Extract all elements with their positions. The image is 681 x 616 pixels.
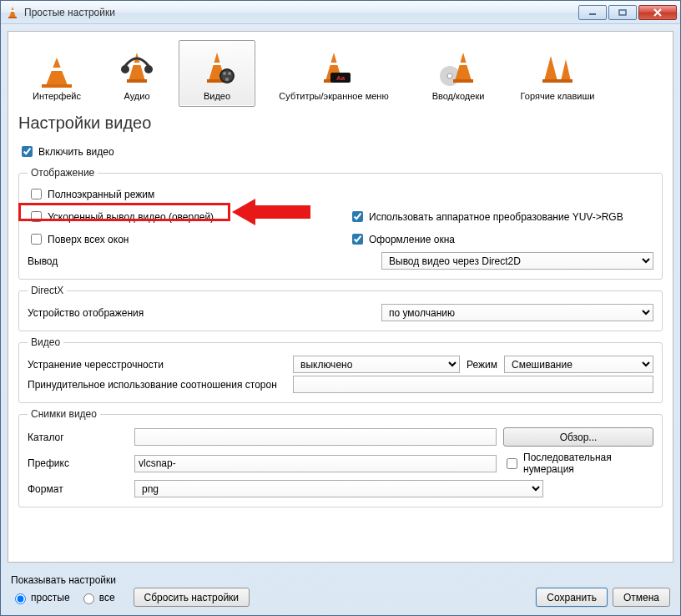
svg-rect-29 [542,79,559,83]
page-title: Настройки видео [18,114,663,133]
cone-headphones-icon [117,48,157,88]
fullscreen-label: Полноэкранный режим [48,189,154,200]
svg-rect-26 [453,79,473,83]
simple-radio-label: простые [31,592,70,603]
deinterlace-mode-select[interactable]: Смешивание [504,356,653,373]
snapshot-dir-input[interactable] [134,428,497,446]
snapshot-format-label: Формат [28,483,128,495]
enable-video-row: Включить видео [18,144,663,159]
tab-interface[interactable]: Интерфейс [18,40,95,107]
video-legend: Видео [28,336,63,348]
force-ar-label: Принудительное использование соотношения… [28,379,286,391]
content-area: Интерфейс Аудио Видео Aa Субтитры/экранн… [8,31,673,563]
cancel-button[interactable]: Отмена [613,588,670,607]
titlebar: Простые настройки [1,1,680,24]
svg-point-8 [121,65,129,73]
all-radio-label: все [99,592,115,603]
enable-video-label: Включить видео [38,146,114,158]
tab-input-codecs[interactable]: Ввод/кодеки [412,40,504,107]
svg-marker-25 [455,53,472,81]
svg-rect-6 [127,79,147,83]
window-deco-label: Оформление окна [369,234,455,245]
svg-text:Aa: Aa [336,74,346,82]
force-ar-input[interactable] [293,376,653,393]
display-device-select[interactable]: по умолчанию [381,304,653,321]
svg-marker-0 [9,7,16,18]
cone-subtitle-icon: Aa [314,48,354,88]
hw-yuv-checkbox[interactable] [352,211,363,222]
snapshots-group: Снимки видео Каталог Обзор... Префикс По… [18,408,663,507]
directx-group: DirectX Устройство отображения по умолча… [18,285,663,331]
svg-rect-12 [212,63,222,65]
svg-rect-27 [458,63,468,65]
snapshot-prefix-input[interactable] [134,455,497,472]
overlay-label: Ускоренный вывод видео (оверлей) [48,211,214,223]
cone-pair-icon [537,48,578,88]
output-select[interactable]: Вывод видео через Direct2D [381,252,653,270]
hw-yuv-label: Использовать аппаратное преобразование Y… [369,211,623,223]
video-group: Видео Устранение чересстрочности выключе… [18,336,663,403]
cone-disc-icon [438,48,478,88]
svg-rect-7 [132,63,142,65]
save-button[interactable]: Сохранить [536,588,608,607]
svg-rect-2 [11,10,15,12]
window-buttons [578,5,677,20]
sequential-checkbox[interactable] [507,458,517,469]
svg-marker-30 [561,59,571,81]
close-button[interactable] [638,5,677,20]
snapshot-format-select[interactable]: png [134,480,543,497]
svg-point-17 [225,78,229,81]
svg-rect-1 [8,17,17,18]
output-label: Вывод [28,255,78,267]
minimize-button[interactable] [578,5,607,20]
vlc-app-icon [6,6,19,19]
svg-point-9 [144,65,153,73]
show-settings-label: Показывать настройки [11,574,536,586]
footer: Показывать настройки простые все Сбросит… [1,569,680,615]
fullscreen-checkbox[interactable] [31,189,42,199]
simple-radio[interactable] [15,593,26,604]
tab-subtitles[interactable]: Aa Субтитры/экранное меню [259,40,409,107]
window-title: Простые настройки [24,7,578,18]
tab-video[interactable]: Видео [179,40,255,107]
svg-marker-5 [129,53,145,81]
on-top-checkbox[interactable] [31,234,42,245]
deinterlace-mode-label: Режим [467,359,497,371]
directx-legend: DirectX [28,285,67,296]
maximize-button[interactable] [608,5,637,20]
cone-icon [37,48,77,88]
window-deco-checkbox[interactable] [352,234,363,245]
category-tabs: Интерфейс Аудио Видео Aa Субтитры/экранн… [18,40,663,107]
svg-point-16 [228,72,231,75]
reset-button[interactable]: Сбросить настройки [134,588,250,607]
preferences-window: Простые настройки Интерфейс Аудио [0,0,681,616]
display-group: Отображение Полноэкранный режим Ускоренн… [18,167,663,280]
svg-point-24 [447,73,452,78]
display-device-label: Устройство отображения [28,307,153,319]
tab-hotkeys[interactable]: Горячие клавиши [507,40,608,107]
deinterlace-label: Устранение чересстрочности [28,359,286,371]
browse-button[interactable]: Обзор... [503,427,653,447]
svg-rect-20 [329,63,339,65]
svg-point-15 [223,72,226,75]
display-legend: Отображение [28,167,98,179]
svg-rect-31 [559,79,573,83]
deinterlace-select[interactable]: выключено [293,356,460,373]
svg-rect-4 [619,10,626,15]
tab-audio[interactable]: Аудио [98,40,175,107]
on-top-label: Поверх всех окон [48,234,129,245]
svg-marker-28 [544,56,557,81]
sequential-label: Последовательная нумерация [523,452,653,475]
snapshots-legend: Снимки видео [28,408,100,420]
svg-rect-3 [589,13,596,15]
enable-video-checkbox[interactable] [22,146,33,157]
snapshot-prefix-label: Префикс [28,457,128,469]
all-radio[interactable] [83,593,94,604]
snapshot-dir-label: Каталог [28,432,128,443]
overlay-checkbox[interactable] [31,211,42,222]
cone-film-icon [197,48,237,88]
